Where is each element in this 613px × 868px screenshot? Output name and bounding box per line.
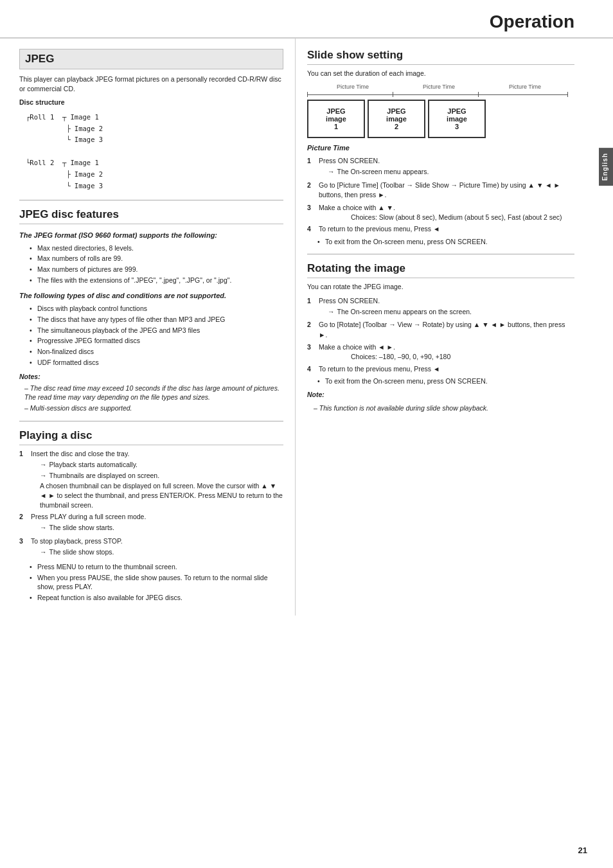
list-item: The discs that have any types of file ot… <box>30 315 283 324</box>
jpeg-title: JPEG <box>19 49 283 69</box>
page-title: Operation <box>0 12 574 32</box>
playing-section: Playing a disc 1 Insert the disc and clo… <box>19 429 283 603</box>
step-1-text: Insert the disc and close the tray. <box>31 450 129 457</box>
features-bullets1: Max nested directories, 8 levels. Max nu… <box>30 244 283 285</box>
main-content: JPEG This player can playback JPEG forma… <box>0 39 613 616</box>
diagram-label-3: Picture Time <box>509 84 541 90</box>
left-column: JPEG This player can playback JPEG forma… <box>0 39 296 616</box>
step-3-text: To stop playback, press STOP. <box>31 537 123 545</box>
step-1-arrow-2: → Thumbnails are displayed on screen. <box>40 471 283 481</box>
page-header: Operation <box>0 0 613 39</box>
ss-step-3: 3 Make a choice with ▲ ▼. Choices: Slow … <box>307 203 574 222</box>
disc-structure-label: Disc structure <box>19 98 65 106</box>
rotating-steps: 1 Press ON SCREEN. → The On-screen menu … <box>307 296 574 374</box>
note-sub: This function is not available during sl… <box>314 403 574 413</box>
diagram-label-1: Picture Time <box>337 84 369 90</box>
rot-step-2: 2 Go to [Rotate] (Toolbar → View → Rotat… <box>307 320 574 339</box>
right-column: Slide show setting You can set the durat… <box>296 39 594 616</box>
step-1: 1 Insert the disc and close the tray. → … <box>19 449 283 510</box>
diagram-block-1: JPEG image 1 <box>307 100 365 138</box>
divider-3 <box>307 254 574 254</box>
step-3-arrow-1: → The slide show stops. <box>40 547 283 557</box>
rot-step-4: 4 To return to the previous menu, Press … <box>307 364 574 374</box>
playing-extra-bullets: Press MENU to return to the thumbnail sc… <box>30 562 283 603</box>
features-subtitle1: The JPEG format (ISO 9660 format) suppor… <box>19 231 283 241</box>
features-bullets2: Discs with playback control functions Th… <box>30 304 283 367</box>
step-2-text: Press PLAY during a full screen mode. <box>31 513 146 520</box>
rotating-intro: You can rotate the JPEG image. <box>307 282 574 292</box>
rot-step-1: 1 Press ON SCREEN. → The On-screen menu … <box>307 296 574 318</box>
list-item: When you press PAUSE, the slide show pau… <box>30 573 283 592</box>
list-item: Press MENU to return to the thumbnail sc… <box>30 562 283 572</box>
diagram-block-3: JPEG image 3 <box>428 100 486 138</box>
rotating-section: Rotating the image You can rotate the JP… <box>307 262 574 412</box>
rot-step-3: 3 Make a choice with ◄ ►. Choices: –180,… <box>307 342 574 362</box>
list-item: Non-finalized discs <box>30 347 283 357</box>
note-2: Multi-session discs are supported. <box>24 403 283 413</box>
slideshow-diagram: Picture Time Picture Time Picture Time <box>307 84 574 138</box>
divider-1 <box>19 200 283 200</box>
ss-choices: Choices: Slow (about 8 sec), Medium (abo… <box>351 213 574 222</box>
divider-2 <box>19 421 283 421</box>
step-3: 3 To stop playback, press STOP. → The sl… <box>19 536 283 558</box>
rot-choices: Choices: –180, –90, 0, +90, +180 <box>351 352 574 362</box>
jpeg-features-section: JPEG disc features The JPEG format (ISO … <box>19 208 283 413</box>
list-item: UDF formatted discs <box>30 358 283 368</box>
page-number: 21 <box>578 846 587 855</box>
list-item: The files with the extensions of ".JPEG"… <box>30 276 283 285</box>
diagram-label-2: Picture Time <box>423 84 455 90</box>
list-item: Max nested directories, 8 levels. <box>30 244 283 253</box>
step-1-arrow-1: → Playback starts automatically. <box>40 460 283 470</box>
jpeg-features-title: JPEG disc features <box>19 208 283 224</box>
rotating-title: Rotating the image <box>307 262 574 278</box>
list-item: Max numbers of rolls are 99. <box>30 254 283 263</box>
list-item: Max numbers of pictures are 999. <box>30 265 283 274</box>
jpeg-intro: This player can playback JPEG format pic… <box>19 75 283 94</box>
picture-time-title: Picture Time <box>307 143 574 154</box>
list-item: The simultaneous playback of the JPEG an… <box>30 326 283 335</box>
step-1-sub: A chosen thumbnail can be displayed on f… <box>40 481 283 509</box>
rot-step-1-arrow: → The On-screen menu appears on the scre… <box>328 307 574 317</box>
rotating-extra: To exit from the On-screen menu, press O… <box>317 376 574 386</box>
ss-step-4: 4 To return to the previous menu, Press … <box>307 224 574 234</box>
list-item: Repeat function is also available for JP… <box>30 593 283 603</box>
note-1: The disc read time may exceed 10 seconds… <box>24 384 283 402</box>
disc-structure-tree: ┌Roll 1 ┬ Image 1 ├ Image 2 └ Image 3 └R… <box>26 112 283 192</box>
playing-title: Playing a disc <box>19 429 283 445</box>
step-2-arrow-1: → The slide show starts. <box>40 523 283 533</box>
features-subtitle2: The following types of disc and conditio… <box>19 291 283 301</box>
ss-step-2: 2 Go to [Picture Time] (Toolbar → Slide … <box>307 181 574 200</box>
step-2: 2 Press PLAY during a full screen mode. … <box>19 512 283 534</box>
language-tab: English <box>599 148 613 186</box>
playing-steps: 1 Insert the disc and close the tray. → … <box>19 449 283 558</box>
slideshow-extra: To exit from the On-screen menu, press O… <box>317 237 574 247</box>
slideshow-steps: 1 Press ON SCREEN. → The On-screen menu … <box>307 156 574 234</box>
notes-label: Notes: <box>19 372 283 382</box>
list-item: To exit from the On-screen menu, press O… <box>317 376 574 386</box>
ss-step-1-arrow: → The On-screen menu appears. <box>328 167 574 177</box>
list-item: Discs with playback control functions <box>30 304 283 314</box>
slideshow-intro: You can set the duration of each image. <box>307 69 574 78</box>
jpeg-section: JPEG This player can playback JPEG forma… <box>19 49 283 192</box>
ss-step-1: 1 Press ON SCREEN. → The On-screen menu … <box>307 156 574 178</box>
list-item: Progressive JPEG formatted discs <box>30 336 283 346</box>
slideshow-title: Slide show setting <box>307 49 574 65</box>
diagram-block-2: JPEG image 2 <box>368 100 425 138</box>
slideshow-section: Slide show setting You can set the durat… <box>307 49 574 246</box>
list-item: To exit from the On-screen menu, press O… <box>317 237 574 247</box>
note-label: Note: <box>307 390 574 400</box>
